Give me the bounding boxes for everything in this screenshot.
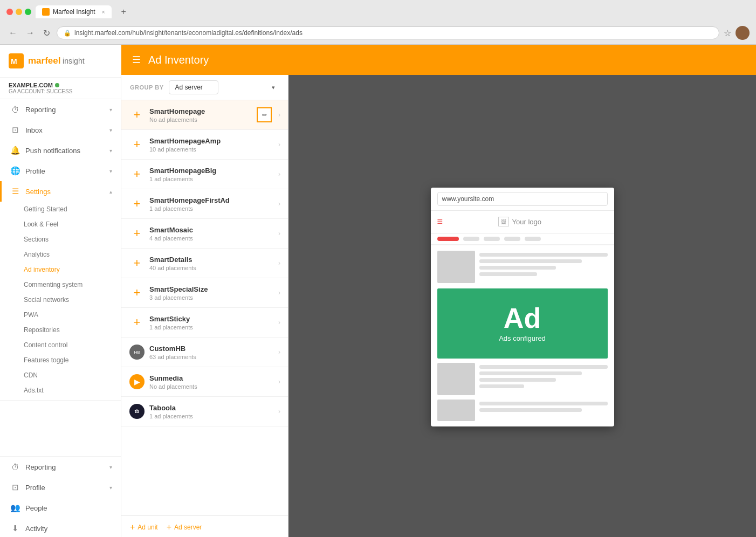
plus-icon: + — [129, 255, 145, 271]
page-title: Ad Inventory — [148, 54, 209, 66]
subnav-repositories[interactable]: Repositories — [24, 322, 121, 338]
ad-item-smart-homepage-amp[interactable]: + SmartHomepageAmp 10 ad placements › — [121, 130, 288, 160]
group-by-select[interactable]: Ad serverAd unitCustom — [169, 80, 218, 94]
ad-configured-text: Ads configured — [499, 334, 546, 342]
device-text-line — [479, 266, 556, 270]
chevron-down-icon: ▾ — [109, 107, 112, 113]
subnav-content-control[interactable]: Content control — [24, 338, 121, 353]
forward-button[interactable]: → — [24, 27, 37, 39]
device-nav-active — [437, 237, 459, 241]
ad-item-smart-mosaic[interactable]: + SmartMosaic 4 ad placements › — [121, 219, 288, 249]
activity-icon: ⬇ — [10, 524, 20, 533]
bookmark-button[interactable]: ☆ — [724, 28, 731, 38]
ad-item-name: SmartHomepageFirstAd — [149, 196, 274, 204]
url-text: insight.marfeel.com/hub/insight/tenants/… — [74, 29, 303, 37]
ad-item-name: SmartSpecialSize — [149, 285, 274, 293]
subnav-pwa[interactable]: PWA — [24, 307, 121, 322]
tab-close-button[interactable]: × — [102, 9, 105, 15]
ad-item-sunmedia[interactable]: ▶ Sunmedia No ad placements › — [121, 367, 288, 397]
ad-item-smart-sticky[interactable]: + SmartSticky 1 ad placements › — [121, 308, 288, 338]
maximize-dot[interactable] — [25, 9, 31, 15]
subnav-cdn[interactable]: CDN — [24, 368, 121, 383]
ad-item-name: SmartHomepage — [149, 107, 274, 115]
device-article-stub — [437, 400, 608, 421]
browser-tab[interactable]: Marfeel Insight × — [36, 5, 112, 18]
inbox-icon-2: ⊡ — [10, 483, 20, 492]
user-avatar-button[interactable] — [736, 26, 750, 40]
device-thumbnail-2 — [437, 363, 475, 395]
close-dot[interactable] — [6, 9, 13, 15]
ad-item-name: Taboola — [149, 404, 274, 412]
subnav-ads-txt[interactable]: Ads.txt — [24, 383, 121, 398]
refresh-button[interactable]: ↻ — [41, 27, 52, 39]
add-unit-button[interactable]: + Ad unit — [130, 522, 158, 532]
sidebar-item-people[interactable]: 👥 People — [0, 498, 121, 518]
ad-item-count: No ad placements — [149, 116, 274, 123]
ad-list-panel: GROUP BY Ad serverAd unitCustom + SmartH… — [121, 75, 288, 537]
subnav-ad-inventory[interactable]: Ad inventory — [24, 262, 121, 277]
inbox-icon: ⊡ — [10, 125, 20, 135]
device-url-input[interactable] — [437, 192, 608, 206]
subnav-getting-started[interactable]: Getting Started — [24, 202, 121, 217]
chevron-right-icon: › — [278, 230, 280, 237]
device-text-line — [479, 365, 608, 369]
ad-item-smart-homepage-big[interactable]: + SmartHomepageBig 1 ad placements › — [121, 160, 288, 189]
chevron-right-icon: › — [278, 170, 280, 178]
device-article-bottom — [437, 363, 608, 395]
ad-item-count: No ad placements — [149, 383, 274, 390]
ad-items-list: + SmartHomepage No ad placements ✏ › + — [121, 100, 288, 515]
subnav-social-networks[interactable]: Social networks — [24, 292, 121, 307]
sidebar-item-inbox[interactable]: ⊡ Inbox ▾ — [0, 120, 121, 140]
chevron-right-icon: › — [278, 289, 280, 297]
ad-item-smart-special-size[interactable]: + SmartSpecialSize 3 ad placements › — [121, 278, 288, 308]
main-content: ☰ Ad Inventory GROUP BY Ad serverAd unit… — [121, 45, 756, 537]
subnav-look-feel[interactable]: Look & Feel — [24, 217, 121, 232]
chevron-down-icon: ▾ — [109, 168, 112, 174]
minimize-dot[interactable] — [16, 9, 22, 15]
hamburger-icon[interactable]: ☰ — [132, 54, 141, 66]
ad-item-smart-homepage[interactable]: + SmartHomepage No ad placements ✏ › — [121, 100, 288, 130]
new-tab-button[interactable]: + — [116, 4, 132, 19]
people-icon: 👥 — [10, 503, 20, 513]
sidebar-item-push[interactable]: 🔔 Push notifications ▾ — [0, 140, 121, 161]
device-logo-area: 🖼 Your logo — [498, 217, 541, 226]
device-preview: ≡ 🖼 Your logo — [431, 188, 614, 426]
ad-item-custom-hb[interactable]: HB CustomHB 63 ad placements › — [121, 338, 288, 367]
sidebar-item-activity[interactable]: ⬇ Activity — [0, 518, 121, 537]
add-server-label: Ad server — [174, 524, 202, 531]
browser-chrome: Marfeel Insight × + ← → ↻ 🔒 insight.marf… — [0, 0, 756, 45]
settings-subnav: Getting Started Look & Feel Sections Ana… — [0, 202, 121, 398]
sidebar: M marfeel insight EXAMPLE.COM GA ACCOUNT… — [0, 45, 121, 537]
plus-icon: + — [129, 166, 145, 182]
device-hamburger-icon: ≡ — [437, 216, 443, 228]
group-by-select-wrapper[interactable]: Ad serverAd unitCustom — [169, 80, 279, 94]
subnav-commenting[interactable]: Commenting system — [24, 277, 121, 292]
subnav-features-toggle[interactable]: Features toggle — [24, 353, 121, 368]
sidebar-item-reporting[interactable]: ⏱ Reporting ▾ — [0, 99, 121, 120]
sidebar-item-profile2[interactable]: ⊡ Profile ▾ — [0, 477, 121, 498]
ad-item-count: 1 ad placements — [149, 413, 274, 419]
ad-item-taboola[interactable]: tb Taboola 1 ad placements › — [121, 397, 288, 426]
account-sub: GA ACCOUNT: SUCCESS — [9, 88, 112, 94]
sidebar-item-reporting2[interactable]: ⏱ Reporting ▾ — [0, 457, 121, 477]
ad-item-count: 10 ad placements — [149, 146, 274, 153]
device-header: ≡ 🖼 Your logo — [431, 211, 614, 233]
edit-button[interactable]: ✏ — [257, 107, 272, 122]
plus-icon: + — [129, 136, 145, 153]
ad-item-smart-details[interactable]: + SmartDetails 40 ad placements › — [121, 249, 288, 278]
subnav-analytics[interactable]: Analytics — [24, 247, 121, 262]
ad-item-count: 1 ad placements — [149, 324, 274, 331]
sidebar-item-profile[interactable]: 🌐 Profile ▾ — [0, 161, 121, 181]
edit-button-wrapper: ✏ — [257, 107, 272, 122]
add-server-button[interactable]: + Ad server — [167, 522, 202, 532]
chevron-right-icon: › — [278, 408, 280, 415]
tab-favicon — [42, 8, 50, 16]
subnav-sections[interactable]: Sections — [24, 232, 121, 247]
chevron-right-icon: › — [278, 319, 280, 326]
back-button[interactable]: ← — [6, 27, 19, 39]
group-by-bar: GROUP BY Ad serverAd unitCustom — [121, 75, 288, 100]
sidebar-item-settings[interactable]: ☰ Settings ▴ — [0, 181, 121, 202]
chevron-right-icon: › — [278, 200, 280, 208]
address-bar[interactable]: 🔒 insight.marfeel.com/hub/insight/tenant… — [57, 26, 719, 39]
ad-item-smart-homepage-firstad[interactable]: + SmartHomepageFirstAd 1 ad placements › — [121, 189, 288, 219]
